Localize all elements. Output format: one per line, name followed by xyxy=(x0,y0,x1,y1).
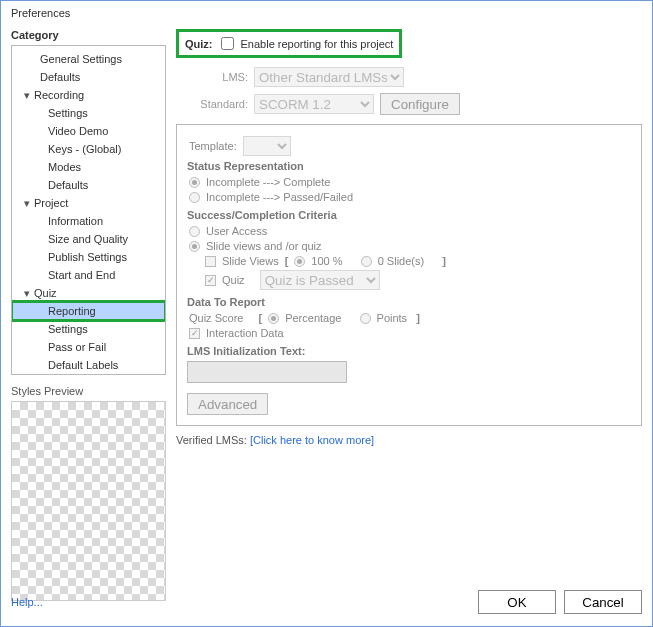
checkbox-icon[interactable] xyxy=(205,275,216,286)
radio-icon xyxy=(189,192,200,203)
verified-lms-link[interactable]: [Click here to know more] xyxy=(250,434,374,446)
advanced-button[interactable]: Advanced xyxy=(187,393,268,415)
radio-icon xyxy=(189,241,200,252)
tree-item-recording-settings[interactable]: Settings xyxy=(12,104,165,122)
radio-icon[interactable] xyxy=(360,313,371,324)
footer: Help... OK Cancel xyxy=(11,588,642,616)
styles-preview-label: Styles Preview xyxy=(11,385,166,397)
lms-init-input[interactable] xyxy=(187,361,347,383)
lms-init-label: LMS Initialization Text: xyxy=(187,345,631,357)
standard-label: Standard: xyxy=(188,98,248,110)
tree-group-project[interactable]: ▾Project xyxy=(12,194,165,212)
tree-item-default-labels[interactable]: Default Labels xyxy=(12,356,165,374)
tree-item-start-end[interactable]: Start and End xyxy=(12,266,165,284)
quiz-criteria-row: Quiz Quiz is Passed xyxy=(205,270,631,290)
criteria-user-access[interactable]: User Access xyxy=(189,225,631,237)
styles-preview xyxy=(11,401,166,601)
radio-icon xyxy=(189,226,200,237)
body: Category General Settings Defaults ▾Reco… xyxy=(1,25,652,626)
verified-lms-label: Verified LMSs: xyxy=(176,434,247,446)
chevron-down-icon: ▾ xyxy=(20,287,34,300)
quiz-label: Quiz: xyxy=(185,38,213,50)
cancel-button[interactable]: Cancel xyxy=(564,590,642,614)
template-row: Template: xyxy=(189,136,631,156)
tree-item-modes[interactable]: Modes xyxy=(12,158,165,176)
tree-item-keys-global[interactable]: Keys - (Global) xyxy=(12,140,165,158)
data-to-report-title: Data To Report xyxy=(187,296,631,308)
lms-label: LMS: xyxy=(188,71,248,83)
template-label: Template: xyxy=(189,140,237,152)
checkbox-icon[interactable] xyxy=(205,256,216,267)
criteria-title: Success/Completion Criteria xyxy=(187,209,631,221)
lms-row: LMS: Other Standard LMSs xyxy=(188,67,642,87)
tree-item-reporting[interactable]: Reporting xyxy=(12,302,165,320)
quiz-criteria-select[interactable]: Quiz is Passed xyxy=(260,270,380,290)
radio-icon[interactable] xyxy=(361,256,372,267)
preferences-window: Preferences Category General Settings De… xyxy=(0,0,653,627)
category-tree[interactable]: General Settings Defaults ▾Recording Set… xyxy=(11,45,166,375)
radio-icon[interactable] xyxy=(294,256,305,267)
configure-button[interactable]: Configure xyxy=(380,93,460,115)
checkbox-icon xyxy=(189,328,200,339)
standard-select[interactable]: SCORM 1.2 xyxy=(254,94,374,114)
quiz-score-label: Quiz Score xyxy=(189,312,243,324)
chevron-down-icon: ▾ xyxy=(20,89,34,102)
verified-lms-row: Verified LMSs: [Click here to know more] xyxy=(176,434,642,446)
enable-reporting-label: Enable reporting for this project xyxy=(241,38,394,50)
tree-group-recording[interactable]: ▾Recording xyxy=(12,86,165,104)
tree-item-information[interactable]: Information xyxy=(12,212,165,230)
slide-views-label: Slide Views xyxy=(222,255,279,267)
tree-item-pass-or-fail[interactable]: Pass or Fail xyxy=(12,338,165,356)
interaction-data-row[interactable]: Interaction Data xyxy=(189,327,631,339)
quiz-criteria-label: Quiz xyxy=(222,274,245,286)
criteria-slide-views-quiz[interactable]: Slide views and /or quiz xyxy=(189,240,631,252)
tree-item-general-settings[interactable]: General Settings xyxy=(12,50,165,68)
template-select[interactable] xyxy=(243,136,291,156)
tree-item-publish-settings[interactable]: Publish Settings xyxy=(12,248,165,266)
tree-group-quiz[interactable]: ▾Quiz xyxy=(12,284,165,302)
radio-icon[interactable] xyxy=(268,313,279,324)
window-title: Preferences xyxy=(1,1,652,25)
quiz-enable-row: Quiz: Enable reporting for this project xyxy=(176,29,402,58)
enable-reporting-checkbox[interactable] xyxy=(221,37,234,50)
tree-item-size-quality[interactable]: Size and Quality xyxy=(12,230,165,248)
tree-item-defaults[interactable]: Defaults xyxy=(12,68,165,86)
slide-views-row: Slide Views [ 100 % 0 Slide(s) ] xyxy=(205,255,631,267)
tree-item-video-demo[interactable]: Video Demo xyxy=(12,122,165,140)
tree-item-recording-defaults[interactable]: Defaults xyxy=(12,176,165,194)
status-rep-title: Status Representation xyxy=(187,160,631,172)
tree-item-quiz-settings[interactable]: Settings xyxy=(12,320,165,338)
category-heading: Category xyxy=(11,29,166,41)
help-link[interactable]: Help... xyxy=(11,596,43,608)
reporting-panel: Template: Status Representation Incomple… xyxy=(176,124,642,426)
ok-button[interactable]: OK xyxy=(478,590,556,614)
status-opt-passed-failed[interactable]: Incomplete ---> Passed/Failed xyxy=(189,191,631,203)
status-opt-complete[interactable]: Incomplete ---> Complete xyxy=(189,176,631,188)
standard-row: Standard: SCORM 1.2 Configure xyxy=(188,93,642,115)
radio-icon xyxy=(189,177,200,188)
right-column: Quiz: Enable reporting for this project … xyxy=(176,29,642,626)
chevron-down-icon: ▾ xyxy=(20,197,34,210)
lms-select[interactable]: Other Standard LMSs xyxy=(254,67,404,87)
quiz-score-row: Quiz Score [ Percentage Points ] xyxy=(189,312,631,324)
left-column: Category General Settings Defaults ▾Reco… xyxy=(11,29,166,626)
